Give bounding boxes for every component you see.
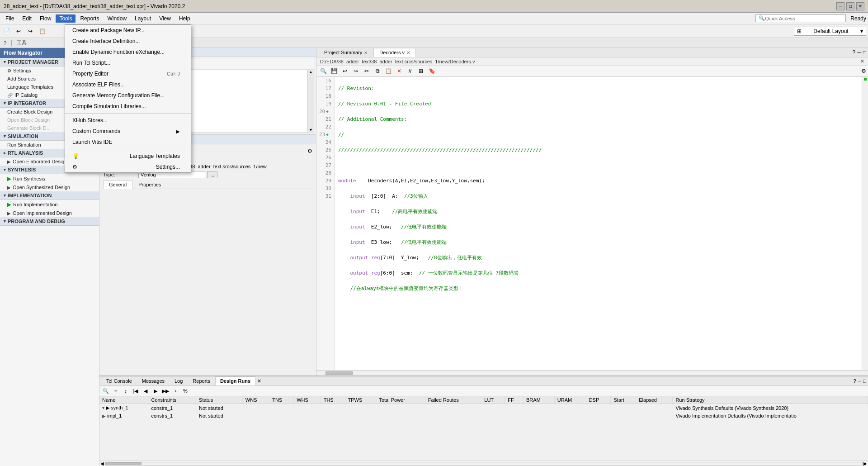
layout-dropdown[interactable]: ⊞ Default Layout ▾ [794, 27, 866, 36]
copy-button[interactable]: 📋 [37, 26, 47, 36]
menu-flow[interactable]: Flow [36, 14, 55, 23]
code-side-scrollbar[interactable] [862, 77, 868, 370]
add-run-btn[interactable]: + [171, 387, 180, 395]
code-settings-icon[interactable]: ⚙ [861, 68, 866, 74]
type-browse-btn[interactable]: ... [207, 171, 217, 178]
copy-code-btn[interactable]: ⧉ [373, 67, 382, 76]
menu-layout[interactable]: Layout [131, 14, 155, 23]
tab-tcl-console[interactable]: Tcl Console [101, 376, 137, 385]
section-label: RTL ANALYSIS [8, 150, 43, 156]
minimize-button[interactable]: ─ [836, 2, 844, 10]
close-bottom-tab[interactable]: ✕ [257, 378, 261, 384]
section-program-debug-title[interactable]: ▾ PROGRAM AND DEBUG [0, 217, 99, 226]
tab-design-runs[interactable]: Design Runs [215, 376, 255, 385]
close-file-icon[interactable]: ✕ [860, 58, 864, 64]
prev-btn[interactable]: ◀ [141, 387, 150, 395]
section-implementation-title[interactable]: ▾ IMPLEMENTATION [0, 191, 99, 200]
search-code-btn[interactable]: 🔍 [318, 67, 328, 76]
chevron-down-icon: ▾ [860, 28, 863, 34]
nav-run-implementation[interactable]: ▶ Run Implementation [0, 200, 99, 209]
expand-btn[interactable]: ▾ [102, 405, 104, 410]
menu-custom-commands[interactable]: Custom Commands ▶ [65, 126, 191, 137]
quick-access-bar[interactable]: 🔍 Quick Access [755, 14, 846, 22]
close-tab-btn[interactable]: ✕ [406, 50, 410, 55]
close-button[interactable]: ✕ [856, 2, 864, 10]
arrow-right-icon: ▶ [7, 211, 11, 216]
menu-help[interactable]: Help [175, 14, 194, 23]
save-btn[interactable]: 💾 [329, 67, 339, 76]
menu-launch-vitis[interactable]: Launch Vitis IDE [65, 137, 191, 147]
tab-messages[interactable]: Messages [137, 376, 170, 385]
menu-compile-sim-libs[interactable]: Compile Simulation Libraries... [65, 101, 191, 112]
maximize-panel-icon[interactable]: □ [863, 49, 866, 56]
menu-settings[interactable]: ⚙ Settings... [65, 162, 191, 172]
bookmark-btn[interactable]: 🔖 [427, 67, 437, 76]
menu-create-interface-def[interactable]: Create Interface Definition... [65, 36, 191, 47]
menu-create-package-ip[interactable]: Create and Package New IP... [65, 25, 191, 36]
properties-settings-icon[interactable]: ⚙ [307, 148, 312, 154]
scroll-right[interactable]: ▶ [863, 461, 867, 466]
help-icon[interactable]: ? [853, 49, 856, 56]
undo-button[interactable]: ↩ [14, 26, 24, 36]
menu-reports[interactable]: Reports [76, 14, 103, 23]
undo-code-btn[interactable]: ↩ [340, 67, 350, 76]
comment-btn[interactable]: // [405, 67, 415, 76]
menu-tools[interactable]: Tools [56, 14, 75, 23]
maximize-button[interactable]: □ [846, 2, 854, 10]
run-btn[interactable]: ▶ [151, 387, 160, 395]
nav-run-synthesis[interactable]: ▶ Run Synthesis [0, 174, 99, 183]
close-tab-btn[interactable]: ✕ [364, 50, 368, 55]
tab-properties[interactable]: Properties [132, 180, 167, 189]
menu-file[interactable]: File [2, 14, 18, 23]
tab-project-summary[interactable]: Project Summary ✕ [318, 48, 373, 57]
expand-btn[interactable]: ▶ [102, 414, 106, 418]
tab-log[interactable]: Log [170, 376, 188, 385]
help-icon[interactable]: ? [853, 378, 856, 384]
code-toolbar: 🔍 💾 ↩ ↪ ✂ ⧉ 📋 ✕ // ⊞ 🔖 ⚙ [316, 66, 868, 77]
sort-runs-btn[interactable]: ↕ [121, 387, 130, 395]
scroll-left[interactable]: ◀ [100, 461, 104, 466]
minimize-icon[interactable]: ─ [858, 378, 862, 384]
code-text-area[interactable]: // Revision: // Revision 0.01 - File Cre… [335, 77, 862, 370]
menu-gen-memory-config[interactable]: Generate Memory Configuration File... [65, 90, 191, 101]
row-lut [481, 412, 505, 420]
delete-btn[interactable]: ✕ [394, 67, 404, 76]
table-row[interactable]: ▾ ▶ synth_1 constrs_1 Not started [99, 404, 868, 412]
menu-property-editor[interactable]: Property Editor Ctrl+J [65, 68, 191, 79]
percent-btn[interactable]: % [181, 387, 190, 395]
menu-view[interactable]: View [156, 14, 175, 23]
align-btn[interactable]: ⊞ [416, 67, 426, 76]
search-runs-btn[interactable]: 🔍 [101, 387, 110, 395]
filter-runs-btn[interactable]: ≡ [111, 387, 120, 395]
menu-language-templates[interactable]: 💡 Language Templates [65, 151, 191, 162]
nav-open-implemented[interactable]: ▶ Open Implemented Design [0, 209, 99, 217]
first-btn[interactable]: |◀ [131, 387, 140, 395]
menu-associate-elf[interactable]: Associate ELF Files... [65, 79, 191, 90]
cut-btn[interactable]: ✂ [362, 67, 372, 76]
col-run-strategy: Run Strategy [673, 396, 868, 404]
maximize-icon[interactable]: □ [863, 378, 866, 384]
code-area[interactable]: 16171819 20◆ 2122 23◆ 2425262728293031 /… [316, 77, 868, 370]
menu-enable-dfx[interactable]: Enable Dynamic Function eXchange... [65, 47, 191, 57]
redo-code-btn[interactable]: ↪ [351, 67, 361, 76]
nav-open-synthesized[interactable]: ▶ Open Synthesized Design [0, 183, 99, 191]
scrollbar-thumb[interactable] [326, 371, 353, 375]
paste-btn[interactable]: 📋 [383, 67, 393, 76]
tab-reports[interactable]: Reports [188, 376, 215, 385]
menu-run-tcl[interactable]: Run Tcl Script... [65, 57, 191, 68]
new-button[interactable]: 📄 [2, 26, 12, 36]
redo-button[interactable]: ↪ [25, 26, 35, 36]
menu-edit[interactable]: Edit [19, 14, 35, 23]
bottom-horizontal-scrollbar[interactable]: ◀ ▶ [99, 461, 868, 466]
tab-decoders-v[interactable]: Decoders.v ✕ [373, 48, 416, 57]
h-scroll-thumb[interactable] [105, 462, 142, 465]
menu-xhub-stores[interactable]: XHub Stores... [65, 115, 191, 126]
code-horizontal-scrollbar[interactable] [316, 370, 868, 376]
tab-general[interactable]: General [103, 180, 132, 189]
table-row[interactable]: ▶ impl_1 constrs_1 Not started [99, 412, 868, 420]
next-btn[interactable]: ▶▶ [161, 387, 170, 395]
menu-window[interactable]: Window [104, 14, 130, 23]
sources-scrollbar[interactable]: ▲ ▼ [307, 70, 314, 132]
row-whs [294, 412, 321, 420]
minimize-panel-icon[interactable]: ─ [857, 49, 861, 56]
